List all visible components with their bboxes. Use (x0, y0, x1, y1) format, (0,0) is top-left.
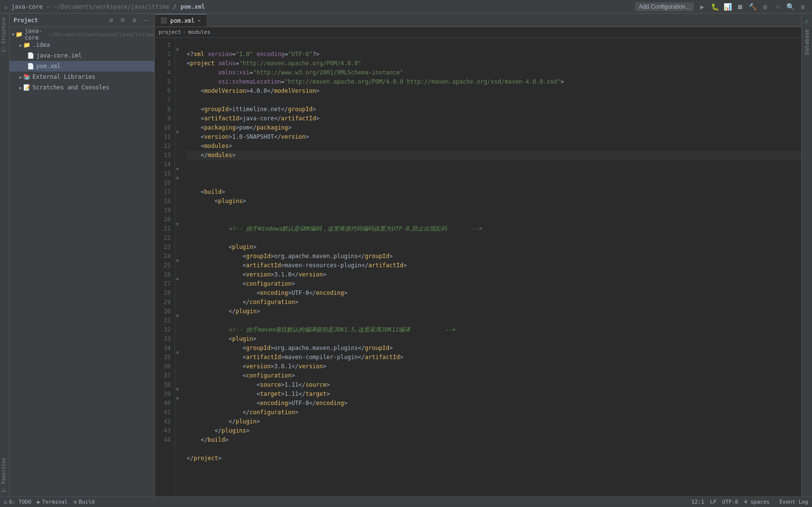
fold-27[interactable]: ▼ (176, 276, 179, 282)
fold-15[interactable]: ▼ (176, 166, 179, 172)
line-sep-indicator[interactable]: LF (710, 499, 716, 505)
todo-label: 6: TODO (9, 499, 31, 505)
indent-indicator[interactable]: 4 spaces (744, 499, 769, 505)
fold-35[interactable]: ▼ (176, 350, 179, 355)
line-numbers: 12345 678910 1112131415 1617181920 21222… (155, 38, 175, 496)
project-icon-1[interactable]: ⚙ (107, 16, 116, 25)
tree-item-ext-libs[interactable]: ▶ 📚 External Libraries (10, 72, 154, 82)
project-tree: ▼ 📁 java-core ~/Documents/workspace/java… (10, 27, 154, 496)
tree-label-pom: pom.xml (36, 63, 61, 70)
app-icon: ☕ (4, 3, 7, 10)
status-bar: ☑ 6: TODO ▶ Terminal ⚒ Build 12:1 LF UTF… (0, 496, 812, 507)
encoding-indicator[interactable]: UTF-8 (722, 499, 738, 505)
fold-11[interactable]: ▼ (176, 130, 179, 135)
title-filename: pom.xml (180, 3, 205, 10)
fold-40[interactable]: ▼ (176, 396, 179, 401)
chevron-icon: ▶ (19, 43, 22, 48)
tree-label-scratches: Scratches and Consoles (32, 84, 109, 91)
folder-icon: 📁 (15, 31, 23, 38)
add-configuration-button[interactable]: Add Configuration... (635, 2, 694, 11)
event-log-label[interactable]: Event Log (779, 499, 808, 505)
title-path: ~/Documents/workspace/java/ittime (54, 3, 169, 10)
project-header: Project ⚙ ⊟ ⚙ – (10, 14, 154, 27)
iml-icon: 📄 (27, 52, 34, 59)
breadcrumb-item-1[interactable]: project (159, 29, 181, 35)
database-panel-label[interactable]: Database (803, 25, 811, 58)
scratches-icon: 📝 (23, 84, 30, 91)
tab-xml-icon: ⬛ (161, 17, 167, 24)
terminal-tab[interactable]: ▶ Terminal (37, 499, 68, 505)
favorites-tab[interactable]: 2: Favorites (0, 454, 9, 496)
folder-icon-idea: 📁 (23, 42, 30, 48)
title-bar-right: Add Configuration... ▶ 🐛 📊 ⏹ 🔨 ⚙ ⑂ 🔍 ≡ (635, 0, 808, 13)
debug-icon[interactable]: 🐛 (709, 1, 720, 12)
toolbar-icons: ▶ 🐛 📊 ⏹ 🔨 ⚙ ⑂ 🔍 ≡ (697, 1, 808, 12)
project-icon-2[interactable]: ⊟ (118, 16, 127, 25)
build-icon: ⚒ (74, 499, 77, 505)
bottom-tabs: ☑ 6: TODO ▶ Terminal ⚒ Build (4, 499, 95, 505)
tree-item-iml[interactable]: 📄 java-core.iml (10, 50, 154, 61)
run-icon[interactable]: ▶ (697, 1, 708, 12)
chevron-icon-scratches: ▶ (19, 85, 22, 90)
title-file-sep: / (173, 3, 177, 10)
code-content[interactable]: <?xml version="1.0" encoding="UTF-8"?> <… (183, 38, 801, 496)
checkmark-icon: ✓ (805, 17, 809, 25)
build-tab[interactable]: ⚒ Build (74, 499, 95, 505)
tree-label: java-core (25, 28, 46, 41)
tab-close-button[interactable]: ✕ (198, 17, 201, 24)
fold-21[interactable]: ▼ (176, 221, 179, 227)
fold-25[interactable]: ▼ (176, 258, 179, 263)
tree-label-idea: .idea (32, 42, 50, 48)
title-bar-left: ☕ java-core – ~/Documents/workspace/java… (4, 3, 205, 10)
terminal-label: Terminal (42, 499, 68, 505)
terminal-icon: ▶ (37, 499, 40, 505)
chevron-icon-ext: ▶ (19, 74, 22, 80)
left-activity-bar: 2: Structure 2: Favorites (0, 14, 10, 496)
editor-tabs: ⬛ pom.xml ✕ (155, 14, 801, 27)
project-panel-title: Project (14, 17, 104, 24)
right-sidebar: ✓ Database (801, 14, 812, 496)
tree-label-ext: External Libraries (32, 73, 95, 80)
tree-item-idea[interactable]: ▶ 📁 .idea (10, 40, 154, 50)
code-editor: 12345 678910 1112131415 1617181920 21222… (155, 38, 801, 496)
structure-tab[interactable]: 2: Structure (0, 14, 9, 56)
project-panel: Project ⚙ ⊟ ⚙ – ▼ 📁 java-core ~/Document… (10, 14, 155, 496)
settings-icon[interactable]: ⚙ (760, 1, 770, 12)
title-bar: ☕ java-core – ~/Documents/workspace/java… (0, 0, 812, 14)
chevron-icon: ▼ (12, 32, 15, 37)
tree-item-pom[interactable]: 📄 pom.xml (10, 61, 154, 72)
todo-icon: ☑ (4, 499, 7, 505)
breadcrumb-separator: › (183, 29, 186, 35)
find-icon[interactable]: 🔍 (785, 1, 796, 12)
project-icon-3[interactable]: ⚙ (130, 16, 139, 25)
tab-pom-xml[interactable]: ⬛ pom.xml ✕ (155, 14, 207, 27)
breadcrumb: project › modules (155, 27, 801, 38)
xml-file-icon: 📄 (27, 63, 34, 70)
gutter: ▼ ▼ ▼ ▼ ▼ ▼ ▼ ▼ ▼ ▼ ▼ (175, 38, 183, 496)
tree-label-iml: java-core.iml (36, 52, 82, 59)
fold-16[interactable]: ▼ (176, 175, 179, 181)
ext-libs-icon: 📚 (23, 73, 30, 80)
app-window: ☕ java-core – ~/Documents/workspace/java… (0, 0, 812, 507)
tree-item-scratches[interactable]: ▶ 📝 Scratches and Consoles (10, 82, 154, 93)
status-bar-right: 12:1 LF UTF-8 4 spaces Event Log (692, 499, 808, 505)
run-with-coverage-icon[interactable]: 📊 (722, 1, 733, 12)
title-sep: – (46, 3, 50, 10)
tab-label: pom.xml (170, 17, 195, 24)
fold-31[interactable]: ▼ (176, 313, 179, 319)
fold-2[interactable]: ▼ (176, 47, 179, 52)
tree-path: ~/Documents/workspace/java/ittime (48, 31, 154, 38)
tree-item-java-core[interactable]: ▼ 📁 java-core ~/Documents/workspace/java… (10, 29, 154, 40)
build-icon[interactable]: 🔨 (747, 1, 758, 12)
vcs-icon[interactable]: ≡ (797, 1, 808, 12)
title-project: java-core (11, 3, 43, 10)
project-icon-4[interactable]: – (142, 16, 150, 25)
stop-icon[interactable]: ⏹ (735, 1, 745, 12)
fold-39[interactable]: ▼ (176, 387, 179, 392)
breadcrumb-item-2[interactable]: modules (188, 29, 210, 35)
editor-area: ⬛ pom.xml ✕ project › modules 12345 6789… (155, 14, 801, 496)
todo-tab[interactable]: ☑ 6: TODO (4, 499, 31, 505)
main-layout: 2: Structure 2: Favorites Project ⚙ ⊟ ⚙ … (0, 14, 812, 496)
cursor-position: 12:1 (692, 499, 705, 505)
git-icon[interactable]: ⑂ (772, 1, 783, 12)
